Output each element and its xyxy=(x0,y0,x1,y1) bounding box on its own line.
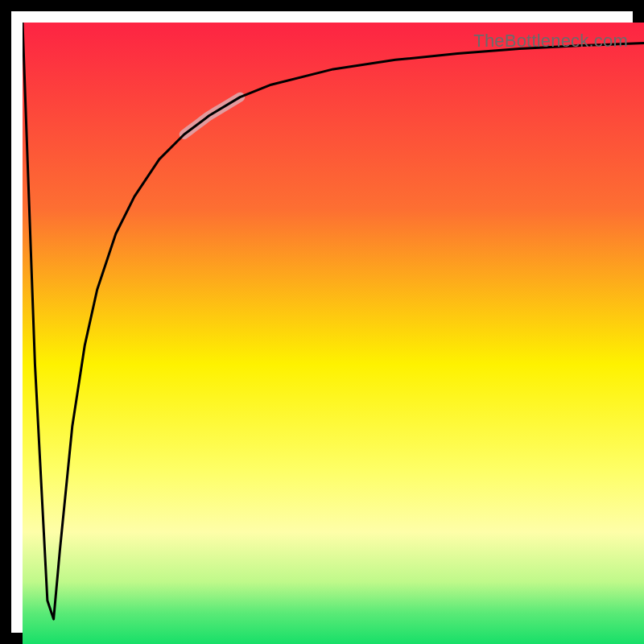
curve-layer xyxy=(23,23,644,644)
bottleneck-curve xyxy=(23,23,644,619)
chart-frame: TheBottleneck.com xyxy=(0,0,644,644)
chart-plot-area: TheBottleneck.com xyxy=(23,23,644,644)
watermark-text: TheBottleneck.com xyxy=(473,32,628,50)
